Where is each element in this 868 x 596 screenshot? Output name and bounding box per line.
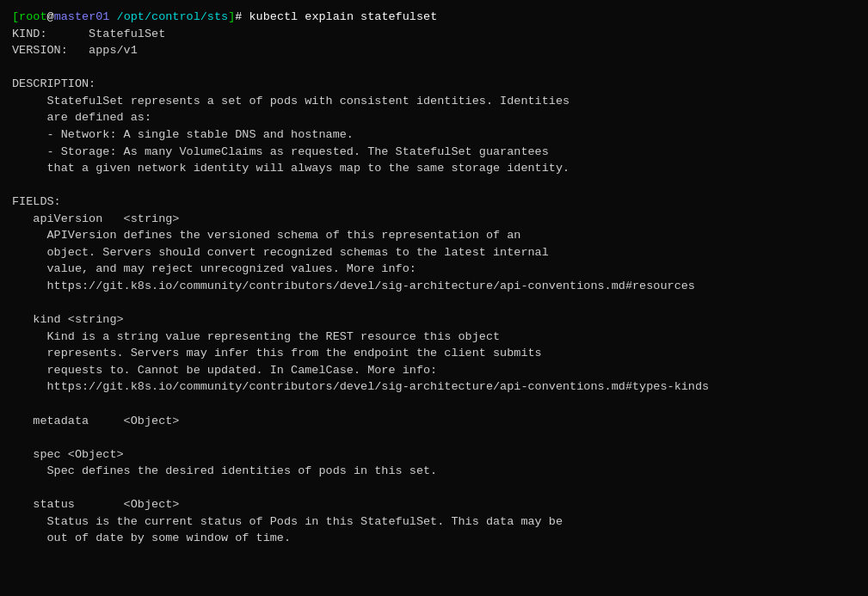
output-line: apiVersion <string>	[12, 211, 856, 228]
output-line: KIND: StatefulSet	[12, 26, 856, 43]
output-line: https://git.k8s.io/community/contributor…	[12, 378, 856, 396]
output-line: requests to. Cannot be updated. In Camel…	[12, 362, 856, 379]
output-line: are defined as:	[12, 109, 856, 126]
terminal: [root@master01 /opt/control/sts]# kubect…	[12, 9, 856, 547]
prompt-dollar: #	[235, 9, 242, 26]
output-line: APIVersion defines the versioned schema …	[12, 227, 856, 244]
blank-line	[12, 480, 856, 497]
output-line: spec <Object>	[12, 446, 856, 464]
output-line: object. Servers should convert recognize…	[12, 244, 856, 261]
output-line: FIELDS:	[12, 194, 856, 211]
prompt-line: [root@master01 /opt/control/sts]# kubect…	[12, 9, 856, 26]
output-line: DESCRIPTION:	[12, 76, 856, 93]
output-line: represents. Servers may infer this from …	[12, 345, 856, 362]
output-line: https://git.k8s.io/community/contributor…	[12, 278, 856, 295]
output-line: StatefulSet represents a set of pods wit…	[12, 93, 856, 110]
prompt-space	[109, 9, 116, 26]
output-line: status <Object>	[12, 496, 856, 513]
prompt-host: master01	[54, 9, 110, 26]
prompt-user: root	[19, 9, 46, 26]
prompt-path: /opt/control/sts	[117, 9, 229, 26]
output-line: kind <string>	[12, 311, 856, 329]
output-line: VERSION: apps/v1	[12, 42, 856, 59]
output-line: - Storage: As many VolumeClaims as reque…	[12, 144, 856, 161]
output-line: Spec defines the desired identities of p…	[12, 463, 856, 480]
blank-line	[12, 59, 856, 77]
blank-line	[12, 295, 856, 312]
blank-line	[12, 396, 856, 413]
bracket-close: ]	[228, 9, 235, 26]
output-line: that a given network identity will alway…	[12, 160, 856, 177]
output-container: KIND: StatefulSetVERSION: apps/v1DESCRIP…	[12, 26, 856, 547]
output-line: Kind is a string value representing the …	[12, 329, 856, 346]
output-line: value, and may reject unrecognized value…	[12, 261, 856, 278]
output-line: - Network: A single stable DNS and hostn…	[12, 126, 856, 144]
blank-line	[12, 177, 856, 194]
output-line: Status is the current status of Pods in …	[12, 513, 856, 531]
prompt-command: kubectl explain statefulset	[242, 9, 437, 26]
bracket-open: [	[12, 9, 19, 26]
blank-line	[12, 429, 856, 446]
prompt-at: @	[47, 9, 54, 26]
output-line: metadata <Object>	[12, 413, 856, 430]
output-line: out of date by some window of time.	[12, 530, 856, 547]
